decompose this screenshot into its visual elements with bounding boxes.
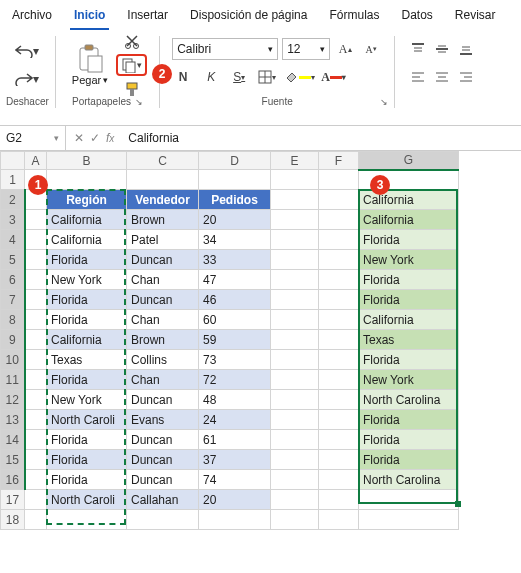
cell-g[interactable]: Florida	[359, 290, 459, 310]
italic-button[interactable]: K	[200, 66, 222, 88]
cell-pedidos[interactable]: 46	[199, 290, 271, 310]
cell[interactable]	[25, 370, 47, 390]
cell-g[interactable]: Florida	[359, 430, 459, 450]
row-header[interactable]: 8	[1, 310, 25, 330]
row-header[interactable]: 17	[1, 490, 25, 510]
cell[interactable]	[47, 170, 127, 190]
cell[interactable]	[319, 290, 359, 310]
cell-pedidos[interactable]: 59	[199, 330, 271, 350]
worksheet-grid[interactable]: ABCDEFG12RegiónVendedorPedidosCalifornia…	[0, 151, 521, 530]
row-header[interactable]: 11	[1, 370, 25, 390]
cell-region[interactable]: Florida	[47, 450, 127, 470]
cell-pedidos[interactable]: 37	[199, 450, 271, 470]
increase-font-button[interactable]: A▴	[334, 38, 356, 60]
selection-handle[interactable]	[455, 501, 461, 507]
cell-region[interactable]: Florida	[47, 470, 127, 490]
decrease-font-button[interactable]: A▾	[360, 38, 382, 60]
cell[interactable]	[25, 270, 47, 290]
cell-region[interactable]: Florida	[47, 430, 127, 450]
cell[interactable]	[319, 490, 359, 510]
col-header-D[interactable]: D	[199, 152, 271, 170]
copy-button[interactable]: ▾	[116, 54, 147, 76]
cell-pedidos[interactable]: 20	[199, 490, 271, 510]
cell[interactable]	[271, 270, 319, 290]
cell[interactable]	[271, 510, 319, 530]
row-header[interactable]: 9	[1, 330, 25, 350]
cell-vendedor[interactable]: Chan	[127, 310, 199, 330]
cell-g[interactable]: New York	[359, 370, 459, 390]
align-middle-button[interactable]	[431, 38, 453, 60]
font-name-combo[interactable]: Calibri▾	[172, 38, 278, 60]
cell[interactable]	[25, 250, 47, 270]
cell[interactable]	[25, 470, 47, 490]
menu-fórmulas[interactable]: Fórmulas	[325, 4, 383, 30]
cell[interactable]	[47, 510, 127, 530]
menu-archivo[interactable]: Archivo	[8, 4, 56, 30]
cell-vendedor[interactable]: Brown	[127, 210, 199, 230]
fill-color-button[interactable]: ▾	[284, 66, 315, 88]
col-header-G[interactable]: G	[359, 152, 459, 170]
cell[interactable]	[319, 390, 359, 410]
row-header[interactable]: 1	[1, 170, 25, 190]
cell-vendedor[interactable]: Duncan	[127, 390, 199, 410]
cell[interactable]	[199, 510, 271, 530]
cell-vendedor[interactable]: Patel	[127, 230, 199, 250]
cell[interactable]	[127, 170, 199, 190]
undo-button[interactable]: ▾	[15, 40, 39, 62]
fx-icon[interactable]: fx	[106, 131, 114, 145]
cell[interactable]	[25, 330, 47, 350]
cell[interactable]	[319, 170, 359, 190]
col-header-F[interactable]: F	[319, 152, 359, 170]
cell-g[interactable]: Florida	[359, 270, 459, 290]
cell-vendedor[interactable]: Duncan	[127, 470, 199, 490]
font-size-combo[interactable]: 12▾	[282, 38, 330, 60]
col-header-E[interactable]: E	[271, 152, 319, 170]
cell[interactable]	[271, 430, 319, 450]
cell[interactable]	[271, 410, 319, 430]
cell-pedidos[interactable]: 34	[199, 230, 271, 250]
cell[interactable]	[25, 410, 47, 430]
cell-region[interactable]: New York	[47, 270, 127, 290]
cell-g[interactable]	[359, 490, 459, 510]
cell[interactable]	[271, 490, 319, 510]
header-region[interactable]: Región	[47, 190, 127, 210]
underline-button[interactable]: S ▾	[228, 66, 250, 88]
row-header[interactable]: 3	[1, 210, 25, 230]
cell[interactable]	[319, 330, 359, 350]
cell-g[interactable]: Florida	[359, 410, 459, 430]
cell-g[interactable]: Florida	[359, 230, 459, 250]
cell-pedidos[interactable]: 60	[199, 310, 271, 330]
row-header[interactable]: 7	[1, 290, 25, 310]
cell[interactable]	[319, 470, 359, 490]
cell[interactable]	[319, 510, 359, 530]
cell-g[interactable]: California	[359, 210, 459, 230]
font-color-button[interactable]: A▾	[321, 66, 346, 88]
cell[interactable]	[271, 470, 319, 490]
formula-input[interactable]: California	[122, 131, 521, 145]
cell[interactable]	[25, 310, 47, 330]
align-top-button[interactable]	[407, 38, 429, 60]
cell-g[interactable]: North Carolina	[359, 470, 459, 490]
cell-vendedor[interactable]: Collins	[127, 350, 199, 370]
cell-region[interactable]: Florida	[47, 290, 127, 310]
row-header[interactable]: 10	[1, 350, 25, 370]
cell[interactable]	[319, 350, 359, 370]
cell-pedidos[interactable]: 33	[199, 250, 271, 270]
row-header[interactable]: 12	[1, 390, 25, 410]
cell[interactable]	[319, 210, 359, 230]
cell-g[interactable]: Texas	[359, 330, 459, 350]
cell-pedidos[interactable]: 48	[199, 390, 271, 410]
cell[interactable]	[319, 270, 359, 290]
cell[interactable]	[271, 370, 319, 390]
row-header[interactable]: 15	[1, 450, 25, 470]
cell[interactable]	[25, 350, 47, 370]
cell[interactable]	[25, 490, 47, 510]
cell-pedidos[interactable]: 24	[199, 410, 271, 430]
cell[interactable]	[319, 450, 359, 470]
cell[interactable]	[271, 330, 319, 350]
redo-button[interactable]: ▾	[15, 68, 39, 90]
cell[interactable]	[319, 430, 359, 450]
menu-disposición-de-página[interactable]: Disposición de página	[186, 4, 311, 30]
cell-pedidos[interactable]: 74	[199, 470, 271, 490]
cell-region[interactable]: California	[47, 230, 127, 250]
